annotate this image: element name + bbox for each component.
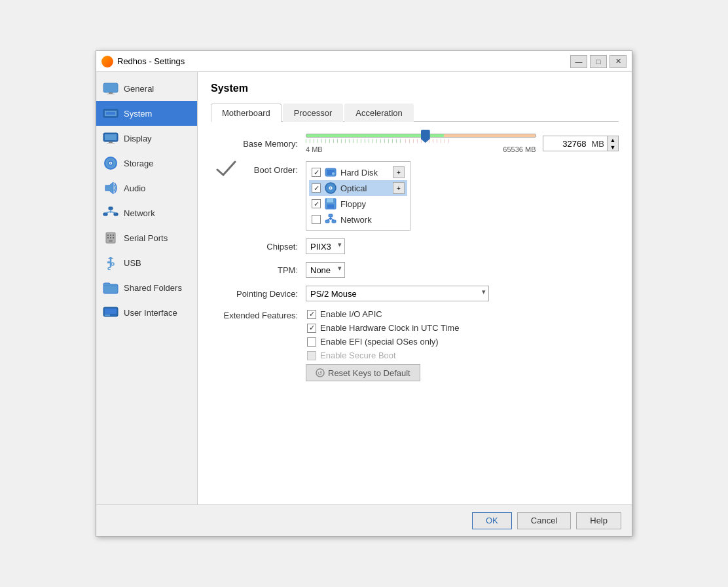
chipset-select[interactable]: PIIX3 ICH9 xyxy=(306,238,345,254)
memory-spinbox: ▲ ▼ xyxy=(607,136,618,151)
boot-label-floppy: Floppy xyxy=(340,199,405,209)
sidebar-item-serialports[interactable]: Serial Ports xyxy=(96,225,197,250)
feature-efi-row: Enable EFI (special OSes only) xyxy=(306,337,619,347)
feature-ioapic-label: Enable I/O APIC xyxy=(320,309,382,319)
boot-item-floppy[interactable]: Floppy xyxy=(309,196,407,212)
serialports-icon xyxy=(103,230,118,246)
svg-rect-9 xyxy=(107,143,115,143)
memory-min-label: 4 MB xyxy=(306,145,323,153)
memory-input-box: MB ▲ ▼ xyxy=(543,136,619,151)
boot-checkbox-network[interactable] xyxy=(312,215,321,224)
svg-point-12 xyxy=(110,162,111,164)
feature-efi-checkbox[interactable] xyxy=(307,337,316,347)
sidebar-label-general: General xyxy=(124,84,154,94)
pointing-device-row: Pointing Device: PS/2 Mouse USB Tablet U… xyxy=(211,286,619,301)
memory-max-label: 65536 MB xyxy=(503,145,536,153)
svg-rect-44 xyxy=(332,220,336,223)
sidebar-item-sharedfolders[interactable]: Shared Folders xyxy=(96,275,197,300)
boot-order-label-area: Boot Order: xyxy=(211,161,306,175)
restore-button[interactable]: □ xyxy=(590,55,607,68)
svg-rect-28 xyxy=(107,261,110,263)
ok-button[interactable]: OK xyxy=(472,512,512,529)
boot-checkbox-harddisk[interactable] xyxy=(312,168,321,177)
sidebar-label-system: System xyxy=(124,109,152,119)
sidebar-label-storage: Storage xyxy=(124,159,154,168)
sidebar-item-userinterface[interactable]: User Interface xyxy=(96,300,197,325)
window-body: General System Display xyxy=(96,72,632,504)
extended-features-label: Extended Features: xyxy=(211,309,306,320)
feature-ioapic-row: Enable I/O APIC xyxy=(306,309,619,319)
boot-arrow-up-harddisk[interactable]: + xyxy=(393,166,405,178)
reset-icon: ↺ xyxy=(316,368,325,377)
svg-rect-23 xyxy=(113,235,114,236)
feature-ioapic-checkbox[interactable] xyxy=(307,310,316,319)
extended-features-row: Extended Features: Enable I/O APIC Enabl… xyxy=(211,309,619,381)
boot-arrow-up-optical[interactable]: + xyxy=(393,182,405,194)
sidebar-item-display[interactable]: Display xyxy=(96,126,197,151)
base-memory-control: ▏▏▏▏▏▏▏▏▏▏▏▏▏▏▏▏▏▏▏▏▏▏▏▏▏ ▏▏▏▏▏▏▏▏▏▏▏▏ 4… xyxy=(306,134,619,153)
svg-point-38 xyxy=(330,187,331,189)
feature-secureboot-label: Enable Secure Boot xyxy=(320,350,396,360)
optical-icon xyxy=(325,182,337,194)
pointing-device-select[interactable]: PS/2 Mouse USB Tablet USB Multi-Touch Ta… xyxy=(306,286,489,301)
tpm-select[interactable]: None v1.2 v2.0 xyxy=(306,262,345,278)
memory-slider-track xyxy=(306,134,536,138)
sidebar-item-storage[interactable]: Storage xyxy=(96,151,197,176)
tpm-select-wrapper: None v1.2 v2.0 xyxy=(306,262,345,278)
memory-spin-down[interactable]: ▼ xyxy=(608,143,618,151)
network-icon xyxy=(103,205,118,221)
sidebar-item-audio[interactable]: Audio xyxy=(96,176,197,200)
bottom-bar: OK Cancel Help xyxy=(96,504,632,536)
memory-slider-labels: 4 MB 65536 MB xyxy=(306,145,536,153)
pointing-device-wrapper: PS/2 Mouse USB Tablet USB Multi-Touch Ta… xyxy=(306,286,489,301)
svg-point-29 xyxy=(111,263,114,265)
tab-motherboard[interactable]: Motherboard xyxy=(211,104,282,122)
chipset-row: Chipset: PIIX3 ICH9 xyxy=(211,238,619,254)
boot-item-optical[interactable]: Optical + xyxy=(309,180,407,196)
app-icon xyxy=(101,56,113,67)
boot-checkbox-optical[interactable] xyxy=(312,183,321,193)
sidebar-item-network[interactable]: Network xyxy=(96,200,197,225)
boot-label-harddisk: Hard Disk xyxy=(340,168,386,178)
svg-rect-24 xyxy=(107,237,109,238)
reset-keys-area: ↺ Reset Keys to Default xyxy=(306,364,619,381)
memory-slider-row: ▏▏▏▏▏▏▏▏▏▏▏▏▏▏▏▏▏▏▏▏▏▏▏▏▏ ▏▏▏▏▏▏▏▏▏▏▏▏ 4… xyxy=(306,134,619,153)
window-title: Redhos - Settings xyxy=(117,56,570,66)
boot-checkbox-floppy[interactable] xyxy=(312,199,321,208)
base-memory-label: Base Memory: xyxy=(211,139,306,149)
boot-order-label: Boot Order: xyxy=(254,165,298,175)
close-button[interactable]: ✕ xyxy=(610,55,627,68)
reset-keys-button[interactable]: ↺ Reset Keys to Default xyxy=(306,364,420,381)
sidebar-item-general[interactable]: General xyxy=(96,76,197,101)
usb-icon xyxy=(103,255,118,271)
sidebar-label-usb: USB xyxy=(124,258,141,268)
sidebar: General System Display xyxy=(96,72,198,504)
boot-item-network[interactable]: Network xyxy=(309,212,407,227)
main-content: System Motherboard Processor Acceleratio… xyxy=(198,72,632,504)
help-button[interactable]: Help xyxy=(576,512,621,529)
svg-rect-31 xyxy=(105,309,117,314)
feature-hwclock-checkbox[interactable] xyxy=(307,324,316,333)
chipset-select-wrapper: PIIX3 ICH9 xyxy=(306,238,345,254)
memory-value-input[interactable] xyxy=(543,139,589,149)
boot-label-network: Network xyxy=(340,215,405,225)
tab-processor[interactable]: Processor xyxy=(283,104,344,122)
sidebar-item-system[interactable]: System xyxy=(96,101,197,126)
svg-rect-41 xyxy=(327,204,334,208)
reset-keys-label: Reset Keys to Default xyxy=(328,368,410,378)
svg-rect-14 xyxy=(109,207,113,210)
svg-rect-26 xyxy=(113,237,114,238)
boot-item-harddisk[interactable]: Hard Disk + xyxy=(309,164,407,180)
memory-spin-up[interactable]: ▲ xyxy=(608,136,618,143)
settings-window: Redhos - Settings — □ ✕ General xyxy=(96,50,632,537)
svg-rect-1 xyxy=(109,92,113,94)
harddisk-icon xyxy=(325,168,337,177)
base-memory-row: Base Memory: xyxy=(211,134,619,153)
tab-acceleration[interactable]: Acceleration xyxy=(344,104,414,122)
sidebar-label-sharedfolders: Shared Folders xyxy=(124,283,182,293)
sidebar-label-display: Display xyxy=(124,134,152,143)
minimize-button[interactable]: — xyxy=(570,55,587,68)
sidebar-item-usb[interactable]: USB xyxy=(96,250,197,275)
memory-unit-label: MB xyxy=(589,139,608,149)
cancel-button[interactable]: Cancel xyxy=(517,512,571,529)
